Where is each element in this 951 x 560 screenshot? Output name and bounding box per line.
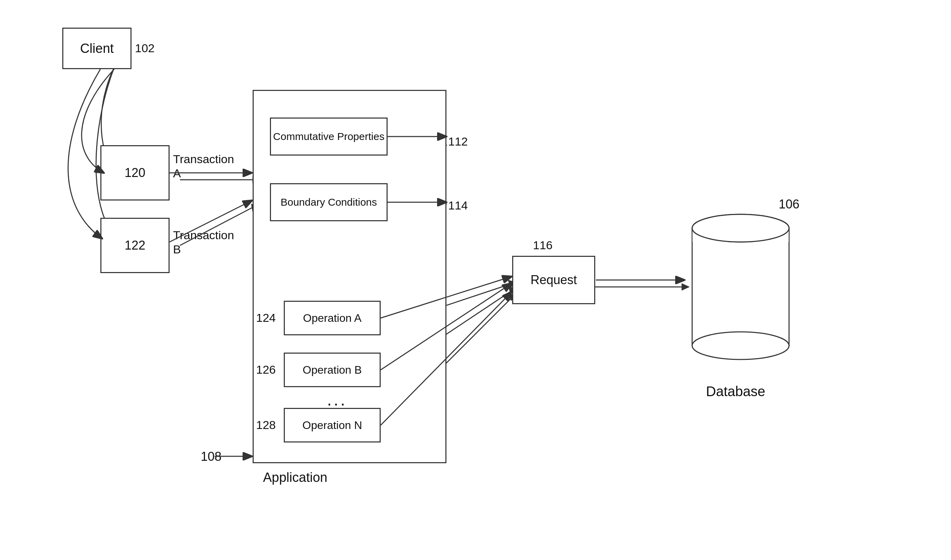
svg-rect-17 — [692, 228, 789, 346]
request-ref: 116 — [533, 238, 553, 252]
operation-a-box: Operation A — [284, 301, 381, 335]
transaction-a-label: TransactionA — [173, 152, 234, 180]
application-ref: 108 — [201, 449, 221, 464]
boundary-conditions-box: Boundary Conditions — [270, 183, 388, 221]
boundary-ref: 114 — [448, 199, 468, 212]
operation-n-box: Operation N — [284, 408, 381, 443]
transaction-b-box: 122 — [100, 218, 170, 273]
diagram-container: Client 102 120 TransactionA 122 Transact… — [0, 0, 951, 560]
curved-arrows — [0, 0, 951, 560]
operation-n-ref: 128 — [256, 418, 276, 432]
client-ref: 102 — [135, 42, 155, 55]
database-label: Database — [706, 384, 765, 399]
svg-point-19 — [692, 332, 789, 360]
application-label: Application — [263, 470, 327, 485]
request-box: Request — [512, 256, 595, 304]
operation-b-box: Operation B — [284, 352, 381, 387]
transaction-b-label: TransactionB — [173, 228, 234, 257]
client-box: Client — [62, 28, 131, 69]
transaction-a-box: 120 — [100, 145, 170, 200]
database-svg — [685, 200, 796, 373]
diagram-lines — [0, 0, 951, 560]
svg-point-21 — [692, 214, 789, 242]
operation-b-ref: 126 — [256, 363, 276, 377]
database-ref: 106 — [779, 197, 800, 212]
operation-a-ref: 124 — [256, 311, 276, 325]
commutative-properties-box: Commutative Properties — [270, 117, 388, 155]
commutative-ref: 112 — [448, 135, 468, 148]
